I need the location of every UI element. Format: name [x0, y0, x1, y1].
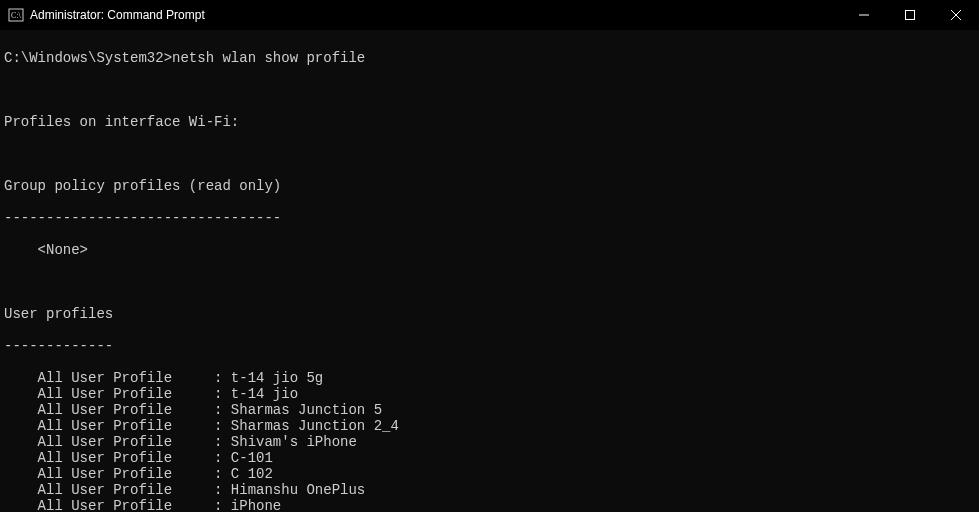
- command-prompt-window: C:\ Administrator: Command Prompt C:\Win…: [0, 0, 979, 512]
- user-profiles-header: User profiles: [4, 306, 975, 322]
- profile-row: All User Profile : C-101: [4, 450, 975, 466]
- divider-dashes: ---------------------------------: [4, 210, 975, 226]
- profile-row: All User Profile : t-14 jio: [4, 386, 975, 402]
- window-title: Administrator: Command Prompt: [30, 8, 205, 22]
- maximize-button[interactable]: [887, 0, 933, 30]
- profile-row: All User Profile : Sharmas Junction 2_4: [4, 418, 975, 434]
- cmd-icon: C:\: [8, 7, 24, 23]
- title-left: C:\ Administrator: Command Prompt: [8, 7, 205, 23]
- profile-row: All User Profile : C 102: [4, 466, 975, 482]
- interface-header: Profiles on interface Wi-Fi:: [4, 114, 975, 130]
- svg-rect-3: [906, 11, 915, 20]
- window-controls: [841, 0, 979, 30]
- profile-row: All User Profile : Himanshu OnePlus: [4, 482, 975, 498]
- profile-row: All User Profile : Shivam's iPhone: [4, 434, 975, 450]
- profile-row: All User Profile : t-14 jio 5g: [4, 370, 975, 386]
- divider-dashes: -------------: [4, 338, 975, 354]
- prompt-text: C:\Windows\System32>: [4, 50, 172, 66]
- profile-row: All User Profile : Sharmas Junction 5: [4, 402, 975, 418]
- group-policy-header: Group policy profiles (read only): [4, 178, 975, 194]
- close-button[interactable]: [933, 0, 979, 30]
- terminal-output[interactable]: C:\Windows\System32>netsh wlan show prof…: [0, 30, 979, 512]
- minimize-button[interactable]: [841, 0, 887, 30]
- command-text: netsh wlan show profile: [172, 50, 365, 66]
- profiles-list: All User Profile : t-14 jio 5g All User …: [4, 370, 975, 512]
- profile-row: All User Profile : iPhone: [4, 498, 975, 512]
- svg-text:C:\: C:\: [11, 11, 22, 20]
- title-bar[interactable]: C:\ Administrator: Command Prompt: [0, 0, 979, 30]
- group-policy-none: <None>: [4, 242, 975, 258]
